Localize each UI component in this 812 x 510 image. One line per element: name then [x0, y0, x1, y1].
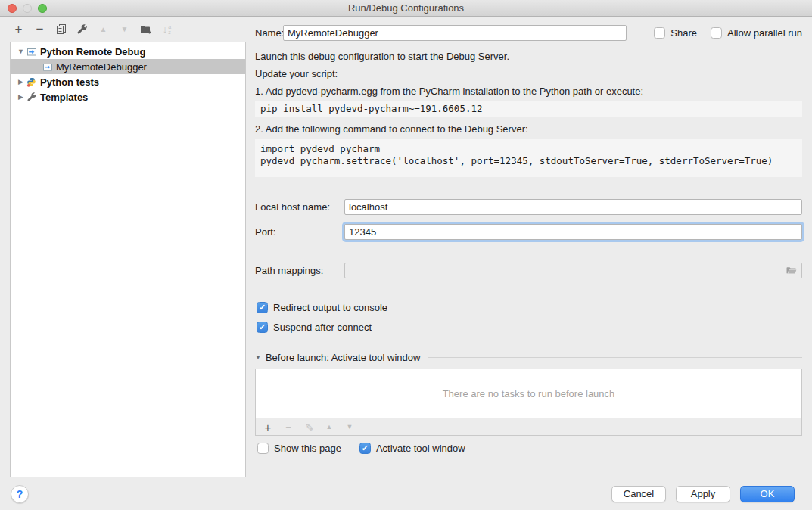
show-this-page-label: Show this page [274, 443, 341, 454]
intro-text: Launch this debug configuration to start… [255, 51, 802, 62]
remove-task-button[interactable]: − [283, 421, 294, 433]
redirect-output-label: Redirect output to console [273, 302, 387, 313]
minimize-button [23, 4, 32, 13]
code-line-2: pydevd_pycharm.settrace('localhost', por… [260, 155, 797, 167]
pencil-icon: ✎ [303, 423, 315, 431]
expand-arrow-icon[interactable]: ▶ [16, 78, 26, 86]
move-up-icon: ▲ [326, 423, 333, 431]
step1-text: 1. Add pydevd-pycharm.egg from the PyCha… [255, 86, 802, 97]
port-label: Port: [255, 226, 344, 238]
path-mappings-field[interactable] [344, 263, 802, 278]
before-launch-task-list[interactable]: There are no tasks to run before launch [255, 369, 802, 418]
remove-configuration-button[interactable]: − [33, 23, 46, 36]
checkbox-box[interactable]: ✓ [257, 302, 268, 313]
move-task-down-button[interactable]: ▼ [344, 423, 355, 431]
remote-debug-icon [42, 61, 53, 72]
checkbox-box[interactable] [711, 27, 722, 39]
move-down-icon: ▼ [121, 26, 129, 33]
zoom-button[interactable] [38, 4, 47, 13]
question-mark-icon: ? [17, 488, 23, 500]
python-icon [26, 76, 37, 87]
port-input[interactable] [344, 224, 802, 240]
tree-item-templates[interactable]: ▶ Templates [11, 89, 245, 104]
add-configuration-button[interactable]: + [12, 23, 25, 36]
configurations-sidebar: + − ▲ ▼ [0, 17, 246, 477]
move-down-icon: ▼ [347, 423, 353, 431]
port-row: Port: [255, 223, 802, 240]
before-launch-header[interactable]: ▼ Before launch: Activate tool window [255, 352, 802, 363]
suspend-after-connect-label: Suspend after connect [273, 322, 372, 333]
tree-item-label: Templates [40, 92, 88, 103]
tree-item-label: Python tests [40, 76, 99, 88]
activate-tool-window-checkbox[interactable]: ✓ Activate tool window [359, 443, 465, 454]
collapse-arrow-icon[interactable]: ▼ [255, 354, 261, 361]
show-this-page-checkbox[interactable]: Show this page [257, 443, 341, 454]
before-launch-options: Show this page ✓ Activate tool window [255, 443, 802, 454]
add-task-button[interactable]: + [263, 421, 273, 434]
allow-parallel-run-label: Allow parallel run [727, 27, 802, 39]
checkbox-box[interactable] [654, 27, 665, 39]
tree-item-python-remote-debug[interactable]: ▼ Python Remote Debug [11, 44, 245, 59]
move-up-button[interactable]: ▲ [97, 23, 110, 36]
browse-folder-icon[interactable] [786, 266, 797, 275]
sort-alphabetically-icon: ↓ az [163, 23, 171, 35]
tree-item-myremotedebugger[interactable]: MyRemoteDebugger [11, 59, 245, 74]
local-host-input[interactable] [344, 199, 802, 215]
tree-item-label: Python Remote Debug [40, 46, 145, 58]
name-row: Name: Share Allow parallel run [255, 24, 802, 41]
close-button[interactable] [8, 4, 17, 13]
run-debug-configurations-dialog: Run/Debug Configurations + − ▲ ▼ [0, 0, 812, 510]
edit-templates-button[interactable] [76, 23, 89, 36]
tree-item-python-tests[interactable]: ▶ Python tests [11, 74, 245, 89]
name-input[interactable] [283, 25, 627, 41]
title-bar[interactable]: Run/Debug Configurations [0, 0, 812, 17]
checkbox-box[interactable]: ✓ [257, 322, 268, 333]
copy-icon [56, 23, 67, 35]
code-line-1: import pydevd_pycharm [260, 143, 797, 155]
check-icon: ✓ [362, 444, 369, 452]
new-folder-icon [140, 24, 152, 35]
redirect-output-checkbox[interactable]: ✓ Redirect output to console [257, 302, 802, 313]
remote-debug-icon [26, 46, 37, 57]
remove-icon: − [285, 421, 291, 433]
suspend-after-connect-checkbox[interactable]: ✓ Suspend after connect [257, 322, 802, 333]
wrench-icon [76, 23, 88, 35]
edit-task-button[interactable]: ✎ [303, 421, 314, 433]
tree-item-label: MyRemoteDebugger [56, 61, 147, 73]
empty-tasks-message: There are no tasks to run before launch [443, 388, 615, 400]
add-icon: + [15, 23, 23, 36]
collapse-arrow-icon[interactable]: ▼ [16, 48, 26, 55]
sidebar-toolbar: + − ▲ ▼ [0, 17, 246, 42]
copy-configuration-button[interactable] [54, 23, 67, 36]
allow-parallel-run-checkbox[interactable]: Allow parallel run [711, 27, 802, 39]
apply-button[interactable]: Apply [676, 486, 730, 502]
wrench-icon [26, 92, 37, 102]
sort-configurations-button[interactable]: ↓ az [160, 23, 173, 36]
path-mappings-row: Path mappings: [255, 262, 802, 278]
move-task-up-button[interactable]: ▲ [324, 423, 334, 431]
dialog-footer: ? Cancel Apply OK [0, 477, 812, 510]
cancel-button[interactable]: Cancel [611, 486, 666, 502]
help-button[interactable]: ? [11, 485, 29, 503]
share-label: Share [670, 27, 697, 39]
share-checkbox[interactable]: Share [654, 27, 697, 39]
move-up-icon: ▲ [100, 26, 107, 33]
create-folder-button[interactable] [139, 23, 152, 36]
ok-button[interactable]: OK [740, 486, 795, 502]
add-icon: + [265, 421, 272, 434]
expand-arrow-icon[interactable]: ▶ [16, 93, 26, 101]
local-host-label: Local host name: [255, 201, 344, 213]
local-host-row: Local host name: [255, 198, 802, 215]
checkbox-box[interactable]: ✓ [359, 443, 371, 454]
before-launch-title: Before launch: Activate tool window [266, 352, 421, 363]
task-list-toolbar: + − ✎ ▲ ▼ [255, 418, 802, 436]
check-icon: ✓ [259, 323, 266, 331]
settrace-code: import pydevd_pycharm pydevd_pycharm.set… [255, 139, 802, 177]
activate-tool-window-label: Activate tool window [376, 443, 465, 454]
move-down-button[interactable]: ▼ [118, 23, 131, 36]
name-label: Name: [255, 27, 282, 39]
pip-command-code: pip install pydevd-pycharm~=191.6605.12 [255, 101, 802, 117]
checkbox-box[interactable] [257, 443, 269, 454]
configurations-tree: ▼ Python Remote Debug [10, 42, 246, 477]
remove-icon: − [36, 23, 44, 36]
